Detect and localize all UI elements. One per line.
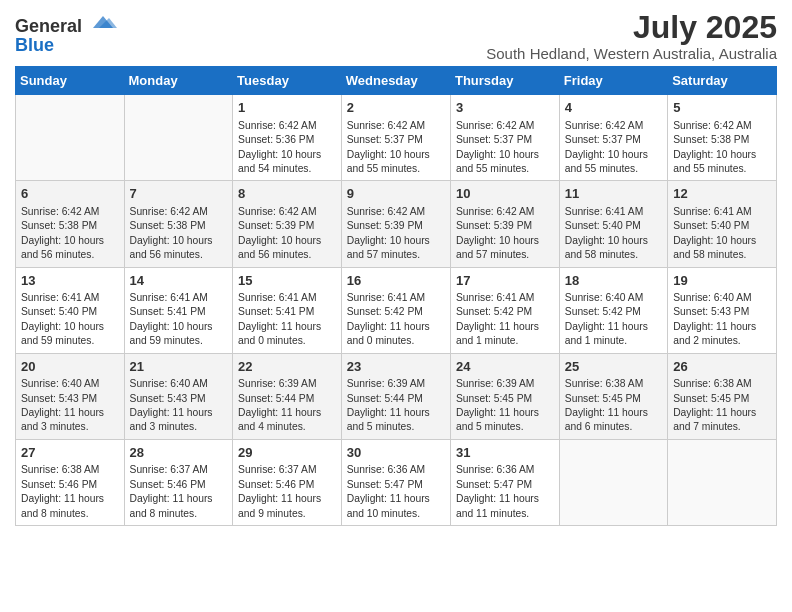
day-number: 4 (565, 99, 662, 117)
calendar-cell: 22Sunrise: 6:39 AM Sunset: 5:44 PM Dayli… (233, 353, 342, 439)
calendar-cell: 25Sunrise: 6:38 AM Sunset: 5:45 PM Dayli… (559, 353, 667, 439)
calendar-cell: 5Sunrise: 6:42 AM Sunset: 5:38 PM Daylig… (668, 95, 777, 181)
calendar-cell: 1Sunrise: 6:42 AM Sunset: 5:36 PM Daylig… (233, 95, 342, 181)
weekday-header-row: SundayMondayTuesdayWednesdayThursdayFrid… (16, 67, 777, 95)
weekday-header-saturday: Saturday (668, 67, 777, 95)
calendar-cell: 8Sunrise: 6:42 AM Sunset: 5:39 PM Daylig… (233, 181, 342, 267)
calendar-cell: 17Sunrise: 6:41 AM Sunset: 5:42 PM Dayli… (450, 267, 559, 353)
day-info: Sunrise: 6:40 AM Sunset: 5:43 PM Dayligh… (21, 377, 119, 435)
day-info: Sunrise: 6:42 AM Sunset: 5:37 PM Dayligh… (347, 119, 445, 177)
day-info: Sunrise: 6:36 AM Sunset: 5:47 PM Dayligh… (456, 463, 554, 521)
day-number: 15 (238, 272, 336, 290)
day-info: Sunrise: 6:41 AM Sunset: 5:40 PM Dayligh… (673, 205, 771, 263)
calendar-cell: 16Sunrise: 6:41 AM Sunset: 5:42 PM Dayli… (341, 267, 450, 353)
calendar-cell: 13Sunrise: 6:41 AM Sunset: 5:40 PM Dayli… (16, 267, 125, 353)
day-number: 20 (21, 358, 119, 376)
day-info: Sunrise: 6:39 AM Sunset: 5:44 PM Dayligh… (238, 377, 336, 435)
day-number: 27 (21, 444, 119, 462)
calendar-cell: 10Sunrise: 6:42 AM Sunset: 5:39 PM Dayli… (450, 181, 559, 267)
weekday-header-friday: Friday (559, 67, 667, 95)
day-number: 12 (673, 185, 771, 203)
day-info: Sunrise: 6:40 AM Sunset: 5:43 PM Dayligh… (673, 291, 771, 349)
page-header: General Blue July 2025 South Hedland, We… (15, 10, 777, 62)
day-number: 31 (456, 444, 554, 462)
day-info: Sunrise: 6:42 AM Sunset: 5:37 PM Dayligh… (456, 119, 554, 177)
calendar-cell: 28Sunrise: 6:37 AM Sunset: 5:46 PM Dayli… (124, 439, 233, 525)
calendar-week-row-2: 6Sunrise: 6:42 AM Sunset: 5:38 PM Daylig… (16, 181, 777, 267)
day-info: Sunrise: 6:42 AM Sunset: 5:37 PM Dayligh… (565, 119, 662, 177)
calendar-cell (559, 439, 667, 525)
day-number: 22 (238, 358, 336, 376)
day-number: 7 (130, 185, 228, 203)
day-number: 17 (456, 272, 554, 290)
day-info: Sunrise: 6:36 AM Sunset: 5:47 PM Dayligh… (347, 463, 445, 521)
calendar-cell: 30Sunrise: 6:36 AM Sunset: 5:47 PM Dayli… (341, 439, 450, 525)
calendar-cell (124, 95, 233, 181)
day-info: Sunrise: 6:42 AM Sunset: 5:38 PM Dayligh… (21, 205, 119, 263)
day-info: Sunrise: 6:40 AM Sunset: 5:42 PM Dayligh… (565, 291, 662, 349)
calendar-cell: 12Sunrise: 6:41 AM Sunset: 5:40 PM Dayli… (668, 181, 777, 267)
calendar-cell: 6Sunrise: 6:42 AM Sunset: 5:38 PM Daylig… (16, 181, 125, 267)
day-info: Sunrise: 6:41 AM Sunset: 5:42 PM Dayligh… (456, 291, 554, 349)
calendar-cell: 26Sunrise: 6:38 AM Sunset: 5:45 PM Dayli… (668, 353, 777, 439)
day-number: 14 (130, 272, 228, 290)
calendar-cell: 7Sunrise: 6:42 AM Sunset: 5:38 PM Daylig… (124, 181, 233, 267)
calendar-cell: 15Sunrise: 6:41 AM Sunset: 5:41 PM Dayli… (233, 267, 342, 353)
day-info: Sunrise: 6:37 AM Sunset: 5:46 PM Dayligh… (238, 463, 336, 521)
day-number: 8 (238, 185, 336, 203)
calendar-cell: 3Sunrise: 6:42 AM Sunset: 5:37 PM Daylig… (450, 95, 559, 181)
day-info: Sunrise: 6:41 AM Sunset: 5:41 PM Dayligh… (238, 291, 336, 349)
day-number: 18 (565, 272, 662, 290)
day-number: 26 (673, 358, 771, 376)
day-info: Sunrise: 6:39 AM Sunset: 5:45 PM Dayligh… (456, 377, 554, 435)
title-block: July 2025 South Hedland, Western Austral… (486, 10, 777, 62)
day-info: Sunrise: 6:39 AM Sunset: 5:44 PM Dayligh… (347, 377, 445, 435)
day-info: Sunrise: 6:41 AM Sunset: 5:41 PM Dayligh… (130, 291, 228, 349)
logo-icon (89, 14, 117, 32)
location-title: South Hedland, Western Australia, Austra… (486, 45, 777, 62)
day-number: 2 (347, 99, 445, 117)
day-info: Sunrise: 6:38 AM Sunset: 5:45 PM Dayligh… (673, 377, 771, 435)
weekday-header-thursday: Thursday (450, 67, 559, 95)
day-info: Sunrise: 6:42 AM Sunset: 5:36 PM Dayligh… (238, 119, 336, 177)
day-info: Sunrise: 6:41 AM Sunset: 5:42 PM Dayligh… (347, 291, 445, 349)
calendar-cell (668, 439, 777, 525)
day-number: 25 (565, 358, 662, 376)
day-info: Sunrise: 6:41 AM Sunset: 5:40 PM Dayligh… (565, 205, 662, 263)
day-number: 28 (130, 444, 228, 462)
calendar-cell: 9Sunrise: 6:42 AM Sunset: 5:39 PM Daylig… (341, 181, 450, 267)
calendar-cell: 24Sunrise: 6:39 AM Sunset: 5:45 PM Dayli… (450, 353, 559, 439)
day-number: 29 (238, 444, 336, 462)
calendar-week-row-4: 20Sunrise: 6:40 AM Sunset: 5:43 PM Dayli… (16, 353, 777, 439)
day-info: Sunrise: 6:38 AM Sunset: 5:46 PM Dayligh… (21, 463, 119, 521)
day-info: Sunrise: 6:38 AM Sunset: 5:45 PM Dayligh… (565, 377, 662, 435)
day-number: 23 (347, 358, 445, 376)
calendar-cell: 20Sunrise: 6:40 AM Sunset: 5:43 PM Dayli… (16, 353, 125, 439)
weekday-header-monday: Monday (124, 67, 233, 95)
calendar-cell: 4Sunrise: 6:42 AM Sunset: 5:37 PM Daylig… (559, 95, 667, 181)
day-number: 6 (21, 185, 119, 203)
calendar-week-row-1: 1Sunrise: 6:42 AM Sunset: 5:36 PM Daylig… (16, 95, 777, 181)
calendar-cell: 19Sunrise: 6:40 AM Sunset: 5:43 PM Dayli… (668, 267, 777, 353)
day-info: Sunrise: 6:42 AM Sunset: 5:38 PM Dayligh… (130, 205, 228, 263)
day-info: Sunrise: 6:37 AM Sunset: 5:46 PM Dayligh… (130, 463, 228, 521)
calendar-cell (16, 95, 125, 181)
day-number: 3 (456, 99, 554, 117)
weekday-header-sunday: Sunday (16, 67, 125, 95)
calendar-cell: 14Sunrise: 6:41 AM Sunset: 5:41 PM Dayli… (124, 267, 233, 353)
calendar-cell: 18Sunrise: 6:40 AM Sunset: 5:42 PM Dayli… (559, 267, 667, 353)
day-number: 9 (347, 185, 445, 203)
calendar-week-row-3: 13Sunrise: 6:41 AM Sunset: 5:40 PM Dayli… (16, 267, 777, 353)
weekday-header-wednesday: Wednesday (341, 67, 450, 95)
day-info: Sunrise: 6:42 AM Sunset: 5:39 PM Dayligh… (347, 205, 445, 263)
day-number: 16 (347, 272, 445, 290)
calendar-cell: 11Sunrise: 6:41 AM Sunset: 5:40 PM Dayli… (559, 181, 667, 267)
logo: General Blue (15, 14, 117, 55)
day-number: 21 (130, 358, 228, 376)
day-number: 11 (565, 185, 662, 203)
calendar-table: SundayMondayTuesdayWednesdayThursdayFrid… (15, 66, 777, 526)
calendar-cell: 27Sunrise: 6:38 AM Sunset: 5:46 PM Dayli… (16, 439, 125, 525)
calendar-cell: 21Sunrise: 6:40 AM Sunset: 5:43 PM Dayli… (124, 353, 233, 439)
logo-general-text: General (15, 16, 82, 36)
day-info: Sunrise: 6:42 AM Sunset: 5:38 PM Dayligh… (673, 119, 771, 177)
